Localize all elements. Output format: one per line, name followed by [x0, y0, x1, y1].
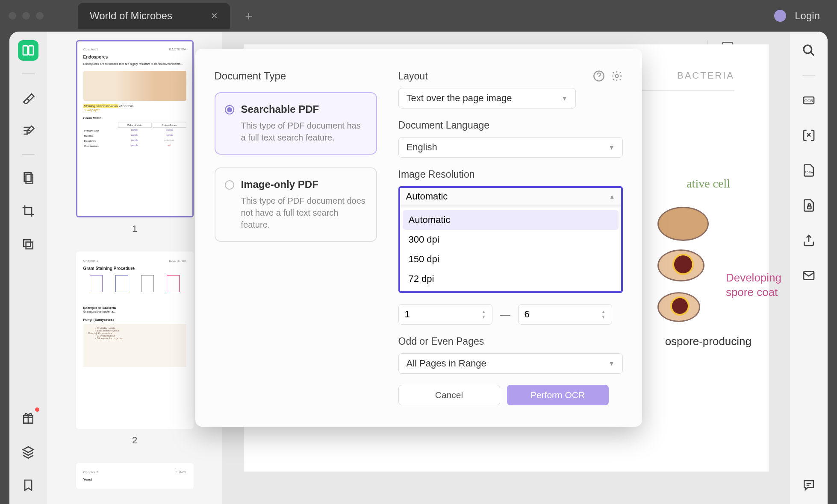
option-desc: This type of PDF document does not have …	[241, 195, 366, 231]
login-button[interactable]: Login	[795, 10, 828, 22]
ocr-modal: Document Type Searchable PDF This type o…	[195, 49, 642, 427]
new-tab-button[interactable]: ＋	[243, 8, 255, 24]
odd-even-select[interactable]: All Pages in Range ▼	[398, 353, 623, 374]
layout-select[interactable]: Text over the page image ▼	[398, 88, 576, 108]
dropdown-option-automatic[interactable]: Automatic	[403, 210, 619, 230]
close-tab-icon[interactable]: ✕	[211, 11, 218, 21]
layout-label: Layout	[398, 70, 428, 82]
resolution-select-open[interactable]: Automatic ▲ Automatic 300 dpi 150 dpi 72…	[398, 186, 623, 293]
perform-ocr-button[interactable]: Perform OCR	[507, 385, 609, 405]
chevron-up-icon: ▲	[609, 193, 615, 200]
option-title: Searchable PDF	[241, 103, 366, 115]
page-from-input[interactable]: 1 ▲▼	[398, 304, 492, 325]
radio-icon	[225, 105, 234, 114]
select-value: English	[407, 142, 437, 153]
chevron-down-icon: ▼	[609, 360, 615, 367]
odd-even-label: Odd or Even Pages	[398, 336, 623, 347]
dropdown-option-72[interactable]: 72 dpi	[403, 269, 619, 289]
dropdown-option-300[interactable]: 300 dpi	[403, 230, 619, 249]
resolution-label: Image Resolution	[398, 169, 623, 180]
spinner-controls[interactable]: ▲▼	[482, 310, 486, 319]
dropdown-list: Automatic 300 dpi 150 dpi 72 dpi	[400, 208, 621, 291]
document-tab[interactable]: World of Microbes ✕	[78, 3, 230, 29]
tab-title: World of Microbes	[90, 10, 172, 22]
help-icon[interactable]	[593, 70, 605, 82]
searchable-pdf-option[interactable]: Searchable PDF This type of PDF document…	[215, 92, 377, 155]
svg-point-15	[615, 75, 618, 78]
option-desc: This type of PDF document has a full tex…	[241, 120, 366, 144]
minimize-window-icon[interactable]	[22, 12, 30, 20]
radio-icon	[225, 180, 234, 190]
spinner-value: 6	[525, 309, 530, 320]
cancel-button[interactable]: Cancel	[398, 385, 500, 405]
modal-overlay: Document Type Searchable PDF This type o…	[9, 32, 828, 504]
window-controls	[9, 12, 44, 20]
image-only-pdf-option[interactable]: Image-only PDF This type of PDF document…	[215, 167, 377, 242]
close-window-icon[interactable]	[9, 12, 16, 20]
option-title: Image-only PDF	[241, 179, 366, 190]
avatar[interactable]	[774, 10, 786, 22]
range-separator: —	[500, 308, 510, 320]
chevron-down-icon: ▼	[609, 144, 615, 151]
spinner-controls[interactable]: ▲▼	[601, 310, 606, 319]
page-to-input[interactable]: 6 ▲▼	[518, 304, 612, 325]
maximize-window-icon[interactable]	[36, 12, 44, 20]
language-select[interactable]: English ▼	[398, 137, 623, 158]
document-type-label: Document Type	[215, 70, 377, 82]
select-value: All Pages in Range	[407, 358, 486, 369]
spinner-value: 1	[405, 309, 410, 320]
titlebar: World of Microbes ✕ ＋ Login	[0, 0, 837, 32]
dropdown-option-150[interactable]: 150 dpi	[403, 249, 619, 269]
chevron-down-icon: ▼	[562, 95, 568, 102]
app-window: Chapter 1BACTERIA Endospores Endospores …	[9, 32, 828, 504]
gear-icon[interactable]	[611, 70, 623, 82]
select-value: Automatic	[406, 191, 448, 202]
language-label: Document Language	[398, 120, 623, 131]
select-value: Text over the page image	[407, 93, 512, 104]
